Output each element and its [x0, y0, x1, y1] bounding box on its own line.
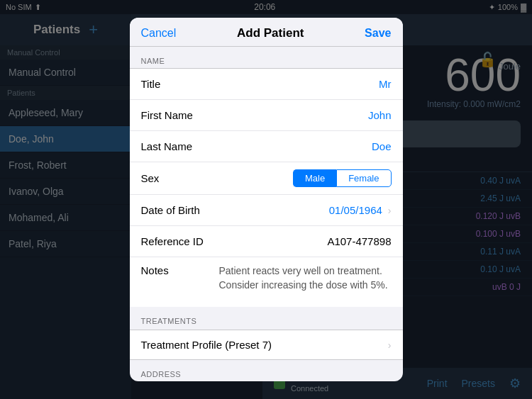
last-name-label: Last Name — [141, 140, 219, 152]
ref-id-label: Reference ID — [141, 235, 219, 247]
modal-title: Add Patient — [237, 26, 304, 40]
cancel-button[interactable]: Cancel — [141, 27, 177, 40]
notes-value[interactable]: Patient reacts very well on treatment. C… — [219, 264, 392, 292]
treatment-profile-chevron-icon: › — [388, 339, 392, 351]
add-patient-modal: Cancel Add Patient Save NAME Title Mr Fi… — [130, 18, 403, 381]
modal-overlay: Cancel Add Patient Save NAME Title Mr Fi… — [0, 0, 532, 399]
ref-id-value[interactable]: A107-477898 — [219, 235, 392, 247]
name-section-header: NAME — [130, 47, 403, 68]
name-form-group: Title Mr First Name John Last Name Doe S… — [130, 68, 403, 307]
first-name-row[interactable]: First Name John — [130, 100, 403, 131]
first-name-label: First Name — [141, 109, 219, 121]
title-row[interactable]: Title Mr — [130, 69, 403, 100]
dob-value[interactable]: 01/05/1964 — [219, 204, 382, 216]
address-section-header: ADDRESS — [130, 360, 403, 381]
sex-row: Sex Male Female — [130, 162, 403, 195]
last-name-row[interactable]: Last Name Doe — [130, 131, 403, 162]
treatments-form-section: TREATMENTS Treatment Profile (Preset 7) … — [130, 313, 403, 360]
dob-label: Date of Birth — [141, 204, 219, 216]
first-name-value[interactable]: John — [219, 109, 392, 121]
title-label: Title — [141, 78, 219, 90]
dob-row[interactable]: Date of Birth 01/05/1964 › — [130, 195, 403, 226]
treatment-profile-label: Treatment Profile (Preset 7) — [141, 339, 382, 351]
last-name-value[interactable]: Doe — [219, 140, 392, 152]
ref-id-row[interactable]: Reference ID A107-477898 — [130, 226, 403, 257]
notes-label: Notes — [141, 264, 219, 276]
treatment-profile-row[interactable]: Treatment Profile (Preset 7) › — [130, 330, 403, 360]
sex-toggle: Male Female — [219, 169, 392, 187]
notes-row[interactable]: Notes Patient reacts very well on treatm… — [130, 257, 403, 307]
treatments-form-header: TREATMENTS — [130, 313, 403, 330]
sex-label: Sex — [141, 172, 219, 184]
sex-male-button[interactable]: Male — [293, 169, 336, 187]
dob-chevron-icon: › — [388, 205, 392, 216]
sex-female-button[interactable]: Female — [336, 169, 391, 187]
title-value[interactable]: Mr — [219, 78, 392, 90]
save-button[interactable]: Save — [365, 27, 391, 40]
modal-body: NAME Title Mr First Name John Last Name … — [130, 47, 403, 381]
modal-header: Cancel Add Patient Save — [130, 18, 403, 47]
